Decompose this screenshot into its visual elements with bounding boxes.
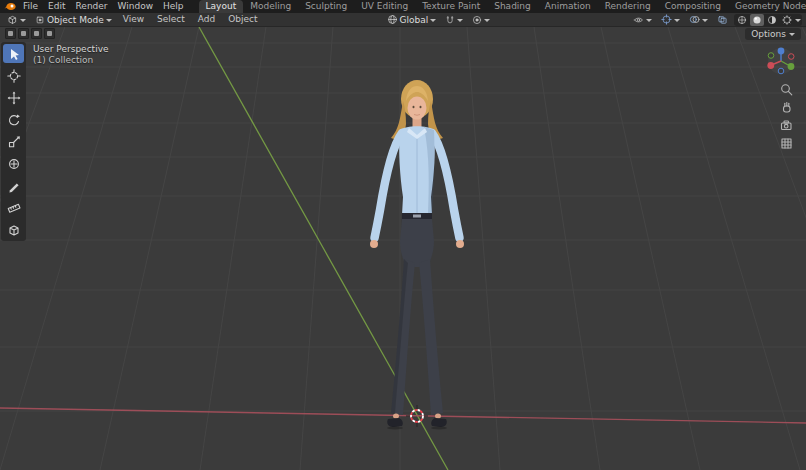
blender-window: File Edit Render Window Help Layout Mode… (0, 0, 806, 470)
tab-animation[interactable]: Animation (538, 0, 598, 13)
tab-uv-editing[interactable]: UV Editing (354, 0, 415, 13)
tool-annotate[interactable] (3, 176, 24, 195)
toggle-xray-button[interactable] (714, 14, 731, 26)
pan-hand-icon[interactable] (780, 101, 793, 114)
view-object-types-caret-icon (646, 19, 652, 22)
menu-render[interactable]: Render (71, 0, 113, 13)
editor-type-dropdown[interactable] (4, 14, 29, 26)
viewport-info-overlay: User Perspective (1) Collection (33, 44, 109, 66)
object-mode-caret-icon (106, 19, 112, 22)
shading-mode-group (734, 14, 802, 26)
object-mode-label: Object Mode (47, 15, 104, 25)
tool-tweak-select[interactable] (3, 44, 24, 63)
tool-transform[interactable] (3, 154, 24, 173)
active-tool-icon[interactable] (5, 28, 16, 39)
orientation-label: Global (400, 15, 429, 25)
editor-type-caret-icon (20, 19, 26, 22)
shading-caret-icon[interactable] (795, 19, 801, 22)
snapping-caret-icon[interactable] (457, 19, 463, 22)
shading-solid-button[interactable] (750, 14, 764, 26)
view-object-types-dropdown[interactable] (630, 14, 655, 26)
menu-select[interactable]: Select (152, 13, 190, 26)
tool-scale[interactable] (3, 132, 24, 151)
proportional-editing-toggle[interactable] (469, 14, 493, 26)
snapping-toggle[interactable] (442, 14, 466, 26)
zoom-icon[interactable] (780, 83, 793, 96)
show-overlays-caret-icon (702, 19, 708, 22)
viewport-nav-controls (780, 83, 793, 150)
tool-add-cube[interactable] (3, 220, 24, 239)
menu-view[interactable]: View (118, 13, 149, 26)
tool-option-1-icon[interactable] (18, 28, 29, 39)
options-label: Options (751, 29, 786, 39)
tab-shading[interactable]: Shading (487, 0, 538, 13)
tool-move[interactable] (3, 88, 24, 107)
tool-cursor[interactable] (3, 66, 24, 85)
tab-rendering[interactable]: Rendering (598, 0, 658, 13)
tool-option-3-icon[interactable] (44, 28, 55, 39)
menu-edit[interactable]: Edit (43, 0, 70, 13)
transform-orientation-dropdown[interactable]: Global (384, 14, 440, 26)
menu-file[interactable]: File (18, 0, 43, 13)
proportional-caret-icon[interactable] (484, 19, 490, 22)
shading-material-button[interactable] (765, 14, 779, 26)
menu-add[interactable]: Add (193, 13, 220, 26)
tab-modeling[interactable]: Modeling (243, 0, 298, 13)
show-gizmo-dropdown[interactable] (658, 14, 683, 26)
navigation-gizmo[interactable] (767, 47, 795, 75)
toggle-perspective-icon[interactable] (780, 137, 793, 150)
menu-window[interactable]: Window (113, 0, 159, 13)
character-model[interactable] (370, 80, 464, 429)
tool-option-2-icon[interactable] (31, 28, 42, 39)
viewport-header: Object Mode View Select Add Object Globa… (0, 13, 806, 27)
options-caret-icon (789, 33, 795, 36)
tab-layout[interactable]: Layout (199, 0, 244, 13)
shading-wireframe-button[interactable] (735, 14, 749, 26)
menu-help[interactable]: Help (158, 0, 189, 13)
workspace-tabs: Layout Modeling Sculpting UV Editing Tex… (199, 0, 806, 13)
tool-measure[interactable] (3, 198, 24, 217)
camera-view-icon[interactable] (780, 119, 793, 132)
tool-rotate[interactable] (3, 110, 24, 129)
show-overlays-dropdown[interactable] (686, 14, 711, 26)
collection-label: (1) Collection (33, 55, 109, 66)
tab-compositing[interactable]: Compositing (658, 0, 728, 13)
menu-object[interactable]: Object (223, 13, 262, 26)
perspective-label: User Perspective (33, 44, 109, 55)
object-mode-dropdown[interactable]: Object Mode (32, 14, 115, 26)
blender-logo-icon[interactable] (4, 2, 16, 12)
topbar: File Edit Render Window Help Layout Mode… (0, 0, 806, 13)
shading-rendered-button[interactable] (780, 14, 794, 26)
tab-texture-paint[interactable]: Texture Paint (415, 0, 487, 13)
options-button[interactable]: Options (745, 28, 801, 40)
tab-geometry-nodes[interactable]: Geometry Nodes (728, 0, 806, 13)
tool-settings-bar: Options (0, 27, 806, 40)
viewport[interactable]: Options (0, 27, 806, 470)
viewport-canvas[interactable] (0, 27, 806, 470)
toolbar (1, 42, 26, 241)
tab-sculpting[interactable]: Sculpting (298, 0, 354, 13)
orientation-caret-icon (430, 19, 436, 22)
show-gizmo-caret-icon (674, 19, 680, 22)
